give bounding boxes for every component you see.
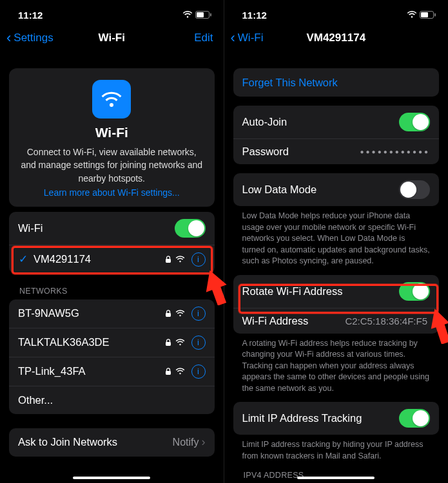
address-group: Rotate Wi-Fi Address Wi-Fi Address C2:C5…: [233, 275, 440, 334]
back-button[interactable]: ‹ Wi-Fi: [231, 32, 264, 44]
edit-button[interactable]: Edit: [194, 32, 213, 44]
info-icon[interactable]: i: [191, 307, 206, 321]
rotate-toggle[interactable]: [399, 282, 430, 301]
svg-rect-2: [210, 14, 211, 17]
svg-rect-8: [421, 12, 428, 17]
forget-group: Forget This Network: [233, 68, 440, 97]
wifi-signal-icon: [175, 339, 185, 346]
lock-icon: [165, 368, 171, 375]
wifi-toggle-row[interactable]: Wi-Fi: [9, 212, 215, 245]
nav-bar: ‹ Settings Wi-Fi Edit: [0, 26, 224, 54]
networks-group: BT-9NAW5G i TALKTALK36A3DE i: [9, 299, 215, 414]
learn-more-link[interactable]: Learn more about Wi-Fi settings...: [18, 187, 206, 198]
back-label: Wi-Fi: [238, 32, 264, 44]
home-indicator[interactable]: [73, 477, 150, 480]
back-button[interactable]: ‹ Settings: [6, 32, 54, 44]
status-right: [407, 11, 436, 19]
password-row[interactable]: Password ●●●●●●●●●●●●: [233, 138, 440, 164]
low-data-row[interactable]: Low Data Mode: [233, 173, 440, 206]
svg-rect-3: [166, 259, 171, 263]
networks-header: Networks: [19, 287, 212, 296]
wifi-toggle-label: Wi-Fi: [18, 222, 175, 234]
wifi-intro-card: Wi-Fi Connect to Wi-Fi, view available n…: [9, 68, 215, 207]
wifi-app-icon: [92, 80, 131, 118]
other-network-row[interactable]: Other...: [9, 386, 215, 414]
auto-join-toggle[interactable]: [399, 113, 430, 131]
network-row[interactable]: TALKTALK36A3DE i: [9, 328, 215, 357]
wifi-toggle[interactable]: [175, 219, 206, 238]
card-title: Wi-Fi: [18, 125, 206, 140]
wifi-signal-icon: [175, 256, 185, 263]
rotate-desc: A rotating Wi-Fi address helps reduce tr…: [242, 338, 431, 395]
status-time: 11:12: [18, 10, 43, 21]
svg-rect-1: [197, 12, 204, 17]
status-bar: 11:12: [224, 0, 449, 26]
info-icon[interactable]: i: [191, 252, 206, 267]
lock-icon: [165, 339, 171, 346]
status-right: [182, 11, 212, 19]
limit-ip-toggle[interactable]: [399, 409, 430, 428]
chevron-right-icon: ›: [202, 435, 206, 449]
connected-network-row[interactable]: ✓ VM4291174 i: [9, 245, 215, 274]
lock-icon: [165, 256, 171, 263]
network-row[interactable]: TP-Link_43FA i: [9, 357, 215, 386]
auto-join-row[interactable]: Auto-Join: [233, 106, 440, 138]
rotate-address-row[interactable]: Rotate Wi-Fi Address: [233, 275, 440, 308]
card-desc: Connect to Wi-Fi, view available network…: [18, 146, 206, 185]
home-indicator[interactable]: [297, 477, 375, 480]
join-group: Auto-Join Password ●●●●●●●●●●●●: [233, 106, 440, 164]
limit-ip-desc: Limit IP address tracking by hiding your…: [242, 439, 431, 462]
wifi-signal-icon: [175, 368, 185, 375]
low-data-toggle[interactable]: [399, 180, 430, 199]
password-mask: ●●●●●●●●●●●●: [360, 148, 430, 155]
checkmark-icon: ✓: [17, 252, 30, 266]
limit-ip-group: Limit IP Address Tracking: [233, 402, 440, 435]
screen-network-detail: 11:12 ‹ Wi-Fi VM4291174 Forget This Netw…: [224, 0, 449, 483]
battery-icon: [420, 11, 436, 19]
limit-ip-row[interactable]: Limit IP Address Tracking: [233, 402, 440, 435]
nav-bar: ‹ Wi-Fi VM4291174: [224, 26, 449, 54]
status-bar: 11:12: [0, 0, 224, 26]
back-label: Settings: [14, 32, 53, 44]
lock-icon: [165, 310, 171, 317]
wifi-signal-icon: [175, 310, 185, 317]
svg-rect-4: [166, 313, 171, 317]
network-row[interactable]: BT-9NAW5G i: [9, 299, 215, 328]
svg-rect-6: [166, 371, 171, 375]
wifi-address-row: Wi-Fi Address C2:C5:18:36:4F:F5: [233, 308, 440, 334]
wifi-icon: [182, 11, 193, 19]
screen-wifi-list: 11:12 ‹ Settings Wi-Fi Edit Wi-Fi Connec…: [0, 0, 224, 483]
low-data-group: Low Data Mode: [233, 173, 440, 206]
ask-join-row[interactable]: Ask to Join Networks Notify ›: [9, 428, 215, 457]
wifi-toggle-group: Wi-Fi ✓ VM4291174 i: [9, 212, 215, 274]
low-data-desc: Low Data Mode helps reduce your iPhone d…: [242, 211, 431, 267]
info-icon[interactable]: i: [191, 365, 206, 379]
info-icon[interactable]: i: [191, 336, 206, 350]
forget-network-row[interactable]: Forget This Network: [233, 68, 440, 97]
connected-ssid: VM4291174: [34, 253, 165, 265]
status-time: 11:12: [242, 10, 267, 21]
battery-icon: [195, 11, 212, 19]
svg-rect-5: [166, 342, 171, 346]
wifi-icon: [407, 11, 417, 19]
svg-rect-9: [434, 14, 436, 17]
ask-join-group: Ask to Join Networks Notify ›: [9, 428, 215, 457]
